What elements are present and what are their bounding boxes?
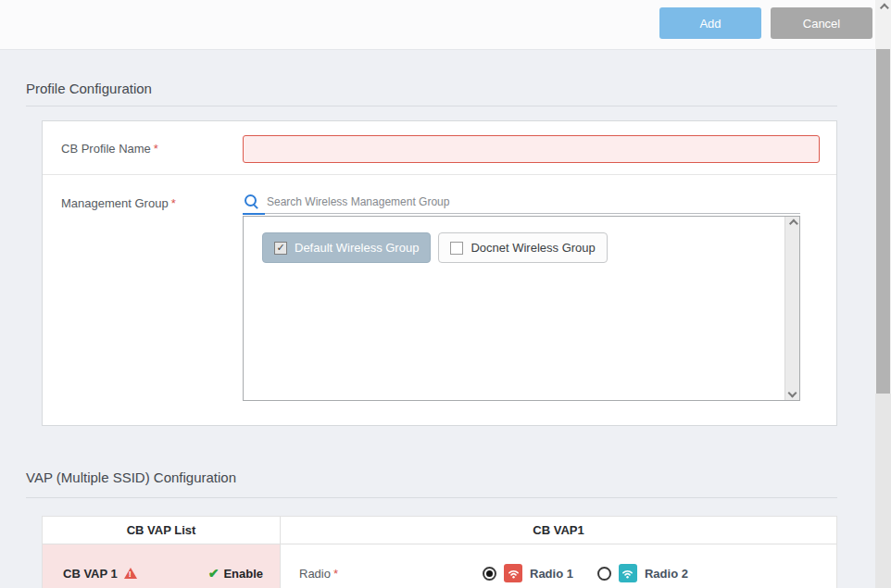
cb-profile-name-input[interactable] (243, 135, 820, 163)
search-underline-accent (243, 213, 265, 215)
vap-section-divider (26, 497, 837, 498)
scrollbar-up-icon[interactable] (875, 0, 891, 15)
radio-button-selected[interactable] (483, 567, 496, 581)
management-group-label: Management Group* (61, 196, 176, 210)
radio-field-label: Radio* (299, 567, 338, 581)
cb-vap1-header: CB VAP1 (281, 517, 836, 544)
vap-name: CB VAP 1 (63, 567, 137, 581)
profile-section-title: Profile Configuration (26, 81, 152, 96)
cancel-button[interactable]: Cancel (771, 7, 872, 39)
vap-name-text: CB VAP 1 (63, 567, 118, 581)
profile-section-divider (26, 106, 837, 106)
vap-status-text: Enable (223, 567, 263, 581)
management-group-list-box: ✓ Default Wireless Group Docnet Wireless… (243, 216, 800, 401)
required-asterisk: * (154, 142, 158, 156)
chip-label: Default Wireless Group (295, 241, 419, 255)
vap-table: CB VAP List CB VAP1 CB VAP 1 ✔ Enable Ra… (42, 516, 837, 588)
scrollbar-thumb[interactable] (876, 49, 890, 394)
vap-status: ✔ Enable (208, 566, 263, 581)
scroll-down-icon[interactable] (788, 389, 797, 398)
radio-field-label-text: Radio (299, 567, 331, 581)
required-asterisk: * (333, 567, 338, 581)
radio2-label: Radio 2 (645, 567, 688, 581)
required-asterisk: * (171, 196, 176, 210)
management-group-label-text: Management Group (61, 196, 169, 210)
chip-docnet-wireless-group[interactable]: Docnet Wireless Group (438, 232, 607, 263)
vap1-detail-cell: Radio* Radio 1 (281, 544, 836, 588)
radio-option-radio2[interactable]: Radio 2 (597, 564, 688, 582)
cb-profile-name-label-text: CB Profile Name (61, 142, 151, 156)
page-scrollbar[interactable] (875, 0, 891, 588)
add-button[interactable]: Add (659, 7, 761, 39)
chip-label: Docnet Wireless Group (471, 241, 595, 255)
checkbox-empty-icon[interactable] (450, 242, 463, 255)
chip-default-wireless-group[interactable]: ✓ Default Wireless Group (262, 232, 431, 263)
cb-vap-1-list-item[interactable]: CB VAP 1 ✔ Enable (43, 544, 281, 588)
radio1-label: Radio 1 (530, 567, 573, 581)
radio-select-group: Radio 1 Radio 2 (483, 564, 688, 582)
vap-row-1: CB VAP 1 ✔ Enable Radio* (43, 544, 836, 588)
search-icon (245, 194, 257, 206)
radio-button-unselected[interactable] (597, 567, 611, 581)
vap-section-title: VAP (Multiple SSID) Configuration (26, 469, 236, 485)
cb-vap-list-header: CB VAP List (43, 517, 281, 544)
cb-profile-name-label: CB Profile Name* (61, 142, 158, 156)
wifi-icon-radio1 (504, 564, 522, 582)
scroll-up-icon[interactable] (789, 219, 798, 229)
enable-check-icon: ✔ (208, 566, 220, 581)
radio-option-radio1[interactable]: Radio 1 (483, 564, 573, 582)
top-action-bar: Add Cancel (0, 0, 891, 50)
management-group-chips: ✓ Default Wireless Group Docnet Wireless… (262, 232, 608, 263)
row-divider (43, 174, 836, 175)
management-group-search (243, 192, 800, 214)
profile-configuration-panel: CB Profile Name* Management Group* ✓ Def… (42, 120, 837, 426)
checkbox-checked-icon[interactable]: ✓ (274, 242, 287, 255)
group-box-scrollbar[interactable] (784, 217, 799, 400)
search-input[interactable] (267, 192, 785, 212)
vap-table-header: CB VAP List CB VAP1 (43, 517, 836, 544)
warning-icon (124, 568, 137, 579)
wifi-icon-radio2 (619, 564, 637, 582)
scrollbar-track[interactable] (875, 394, 891, 588)
